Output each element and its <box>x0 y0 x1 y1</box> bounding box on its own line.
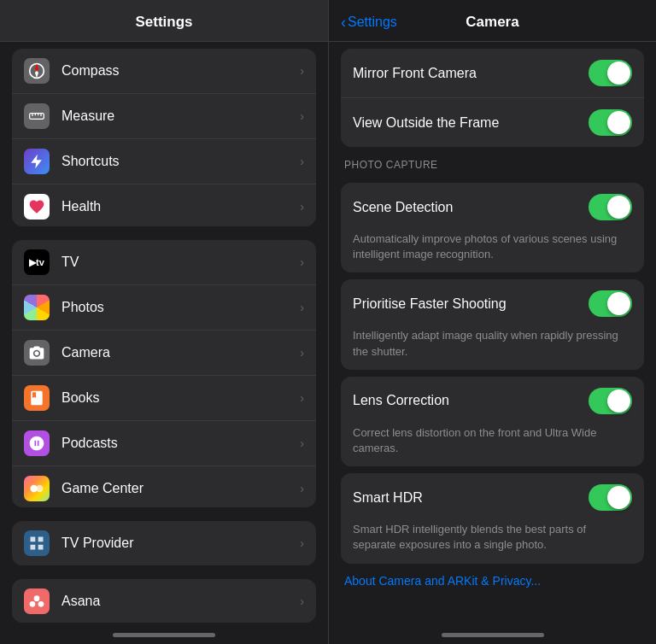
shortcuts-chevron: › <box>300 155 304 168</box>
mirror-front-item: Mirror Front Camera <box>341 49 644 98</box>
lens-correction-row: Lens Correction <box>341 377 644 425</box>
svg-point-10 <box>34 595 40 601</box>
gamecenter-icon <box>24 476 50 501</box>
sidebar-item-measure[interactable]: Measure › <box>12 94 316 139</box>
lens-correction-label: Lens Correction <box>353 393 589 408</box>
camera-label: Camera <box>62 345 300 360</box>
faster-shooting-toggle[interactable] <box>589 290 632 317</box>
books-label: Books <box>62 390 300 406</box>
faster-shooting-desc: Intelligently adapt image quality when r… <box>341 328 644 369</box>
sidebar-item-gamecenter[interactable]: Game Center › <box>12 466 316 507</box>
photos-label: Photos <box>62 300 300 315</box>
scene-detection-label: Scene Detection <box>353 200 589 215</box>
sidebar-item-tvprovider[interactable]: TV Provider › <box>12 521 316 565</box>
svg-rect-3 <box>30 114 44 120</box>
health-icon <box>24 194 50 220</box>
tv-label: TV <box>62 255 300 270</box>
back-button[interactable]: ‹ Settings <box>341 14 397 32</box>
svg-point-11 <box>30 601 36 607</box>
scene-detection-group: Scene Detection Automatically improve ph… <box>341 183 644 272</box>
gamecenter-chevron: › <box>300 482 304 495</box>
asana-label: Asana <box>62 594 300 609</box>
settings-group-1: Compass › Measure › Shortcuts › <box>12 49 316 226</box>
camera-page-title: Camera <box>466 14 518 31</box>
sidebar-item-tv[interactable]: ▶tv TV › <box>12 240 316 285</box>
tvprovider-icon <box>24 530 50 556</box>
mirror-front-label: Mirror Front Camera <box>353 66 589 81</box>
measure-label: Measure <box>62 108 300 124</box>
settings-group-2: ▶tv TV › Photos › Camera › <box>12 240 316 507</box>
shortcuts-icon <box>24 149 50 174</box>
svg-point-9 <box>36 485 43 492</box>
left-panel-title: Settings <box>135 14 192 30</box>
books-icon <box>24 385 50 411</box>
photos-icon <box>24 295 50 320</box>
view-outside-item: View Outside the Frame <box>341 98 644 147</box>
smart-hdr-desc: Smart HDR intelligently blends the best … <box>341 522 644 563</box>
home-indicator-right <box>442 633 544 637</box>
compass-chevron: › <box>300 64 304 78</box>
scene-detection-toggle[interactable] <box>589 194 632 220</box>
mirror-front-toggle[interactable] <box>589 60 632 86</box>
camera-icon <box>24 340 50 366</box>
right-panel: ‹ Settings Camera Mirror Front Camera Vi… <box>328 0 656 644</box>
tv-icon: ▶tv <box>24 249 50 275</box>
svg-marker-1 <box>35 64 38 71</box>
sidebar-item-books[interactable]: Books › <box>12 376 316 421</box>
photos-chevron: › <box>300 301 304 314</box>
faster-shooting-group: Prioritise Faster Shooting Intelligently… <box>341 279 644 369</box>
gamecenter-label: Game Center <box>62 481 300 496</box>
smart-hdr-row: Smart HDR <box>341 473 644 522</box>
view-outside-label: View Outside the Frame <box>353 115 589 131</box>
left-panel: Settings Compass › Measure › <box>0 0 328 644</box>
lens-correction-group: Lens Correction Correct lens distortion … <box>341 377 644 466</box>
photo-capture-section-label: PHOTO CAPTURE <box>341 147 644 176</box>
podcasts-label: Podcasts <box>62 436 300 451</box>
compass-icon <box>24 58 50 84</box>
measure-icon <box>24 103 50 129</box>
tvprovider-chevron: › <box>300 536 304 550</box>
sidebar-item-health[interactable]: Health › <box>12 184 316 226</box>
left-header: Settings <box>0 0 328 42</box>
settings-group-3: TV Provider › <box>12 521 316 565</box>
books-chevron: › <box>300 391 304 405</box>
camera-chevron: › <box>300 346 304 360</box>
smart-hdr-group: Smart HDR Smart HDR intelligently blends… <box>341 473 644 563</box>
svg-point-12 <box>38 601 44 607</box>
lens-correction-desc: Correct lens distortion on the front and… <box>341 425 644 466</box>
podcasts-icon <box>24 430 50 456</box>
scene-detection-row: Scene Detection <box>341 183 644 231</box>
health-chevron: › <box>300 200 304 214</box>
svg-marker-2 <box>35 71 38 78</box>
tvprovider-label: TV Provider <box>62 536 300 551</box>
scene-detection-desc: Automatically improve photos of various … <box>341 231 644 272</box>
measure-chevron: › <box>300 109 304 123</box>
health-label: Health <box>62 199 300 214</box>
asana-chevron: › <box>300 594 304 608</box>
settings-group-4: Asana › <box>12 579 316 623</box>
compass-label: Compass <box>62 63 300 79</box>
sidebar-item-asana[interactable]: Asana › <box>12 579 316 623</box>
sidebar-item-compass[interactable]: Compass › <box>12 49 316 94</box>
camera-top-group: Mirror Front Camera View Outside the Fra… <box>341 49 644 147</box>
right-content: Mirror Front Camera View Outside the Fra… <box>329 42 656 626</box>
faster-shooting-row: Prioritise Faster Shooting <box>341 279 644 328</box>
podcasts-chevron: › <box>300 436 304 450</box>
lens-correction-toggle[interactable] <box>589 388 632 414</box>
sidebar-item-photos[interactable]: Photos › <box>12 285 316 331</box>
sidebar-item-shortcuts[interactable]: Shortcuts › <box>12 139 316 184</box>
sidebar-item-camera[interactable]: Camera › <box>12 331 316 376</box>
back-chevron-icon: ‹ <box>341 14 346 32</box>
shortcuts-label: Shortcuts <box>62 154 300 169</box>
sidebar-item-podcasts[interactable]: Podcasts › <box>12 421 316 466</box>
smart-hdr-label: Smart HDR <box>353 490 589 506</box>
smart-hdr-toggle[interactable] <box>589 484 632 511</box>
back-label: Settings <box>348 15 397 30</box>
home-indicator-left <box>113 633 215 637</box>
faster-shooting-label: Prioritise Faster Shooting <box>353 296 589 312</box>
right-header: ‹ Settings Camera <box>329 0 656 42</box>
about-camera-link[interactable]: About Camera and ARKit & Privacy... <box>341 564 644 598</box>
tv-chevron: › <box>300 255 304 269</box>
view-outside-toggle[interactable] <box>589 109 632 136</box>
asana-icon <box>24 588 50 614</box>
